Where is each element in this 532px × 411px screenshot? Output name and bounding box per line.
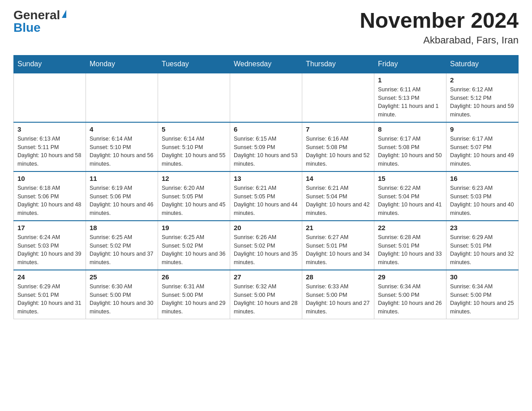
table-row: 27Sunrise: 6:32 AMSunset: 5:00 PMDayligh… — [230, 270, 302, 319]
table-row — [86, 73, 158, 122]
day-info: Sunrise: 6:30 AMSunset: 5:00 PMDaylight:… — [90, 283, 154, 316]
table-row: 23Sunrise: 6:29 AMSunset: 5:01 PMDayligh… — [446, 221, 519, 270]
day-number: 8 — [378, 125, 442, 133]
day-number: 7 — [306, 125, 370, 133]
table-row: 8Sunrise: 6:17 AMSunset: 5:08 PMDaylight… — [374, 122, 446, 171]
table-row: 15Sunrise: 6:22 AMSunset: 5:04 PMDayligh… — [374, 171, 446, 221]
day-info: Sunrise: 6:18 AMSunset: 5:06 PMDaylight:… — [17, 184, 82, 218]
calendar-week-row: 3Sunrise: 6:13 AMSunset: 5:11 PMDaylight… — [14, 122, 519, 171]
day-number: 30 — [450, 273, 515, 281]
table-row: 7Sunrise: 6:16 AMSunset: 5:08 PMDaylight… — [302, 122, 374, 171]
day-number: 14 — [306, 175, 370, 182]
title-block: November 2024 Akbarabad, Fars, Iran — [360, 9, 519, 46]
header-saturday: Saturday — [446, 55, 519, 73]
day-info: Sunrise: 6:29 AMSunset: 5:01 PMDaylight:… — [450, 233, 515, 267]
table-row: 12Sunrise: 6:20 AMSunset: 5:05 PMDayligh… — [158, 171, 230, 221]
day-number: 21 — [306, 224, 370, 231]
calendar-week-row: 10Sunrise: 6:18 AMSunset: 5:06 PMDayligh… — [14, 171, 519, 221]
day-number: 17 — [17, 224, 82, 231]
day-number: 23 — [450, 224, 515, 231]
day-info: Sunrise: 6:26 AMSunset: 5:02 PMDaylight:… — [234, 233, 298, 267]
day-number: 2 — [450, 76, 515, 84]
logo-general-text: General — [13, 9, 60, 21]
table-row — [302, 73, 374, 122]
table-row: 6Sunrise: 6:15 AMSunset: 5:09 PMDaylight… — [230, 122, 302, 171]
day-info: Sunrise: 6:14 AMSunset: 5:10 PMDaylight:… — [90, 135, 154, 168]
day-info: Sunrise: 6:16 AMSunset: 5:08 PMDaylight:… — [306, 135, 370, 168]
day-number: 16 — [450, 175, 515, 182]
day-info: Sunrise: 6:25 AMSunset: 5:02 PMDaylight:… — [90, 233, 154, 267]
day-number: 6 — [234, 125, 298, 133]
table-row: 5Sunrise: 6:14 AMSunset: 5:10 PMDaylight… — [158, 122, 230, 171]
day-number: 11 — [90, 175, 154, 182]
day-info: Sunrise: 6:14 AMSunset: 5:10 PMDaylight:… — [162, 135, 226, 168]
day-number: 26 — [162, 273, 226, 281]
table-row: 28Sunrise: 6:33 AMSunset: 5:00 PMDayligh… — [302, 270, 374, 319]
day-number: 12 — [162, 175, 226, 182]
logo: General Blue — [13, 9, 66, 34]
table-row: 10Sunrise: 6:18 AMSunset: 5:06 PMDayligh… — [14, 171, 86, 221]
table-row: 16Sunrise: 6:23 AMSunset: 5:03 PMDayligh… — [446, 171, 519, 221]
day-info: Sunrise: 6:24 AMSunset: 5:03 PMDaylight:… — [17, 233, 82, 267]
table-row: 9Sunrise: 6:17 AMSunset: 5:07 PMDaylight… — [446, 122, 519, 171]
table-row: 13Sunrise: 6:21 AMSunset: 5:05 PMDayligh… — [230, 171, 302, 221]
day-info: Sunrise: 6:11 AMSunset: 5:13 PMDaylight:… — [378, 86, 442, 119]
day-number: 19 — [162, 224, 226, 231]
day-number: 22 — [378, 224, 442, 231]
day-info: Sunrise: 6:22 AMSunset: 5:04 PMDaylight:… — [378, 184, 442, 218]
day-info: Sunrise: 6:29 AMSunset: 5:01 PMDaylight:… — [17, 283, 82, 316]
day-info: Sunrise: 6:25 AMSunset: 5:02 PMDaylight:… — [162, 233, 226, 267]
table-row: 3Sunrise: 6:13 AMSunset: 5:11 PMDaylight… — [14, 122, 86, 171]
table-row: 18Sunrise: 6:25 AMSunset: 5:02 PMDayligh… — [86, 221, 158, 270]
page-header: General Blue November 2024 Akbarabad, Fa… — [13, 9, 519, 46]
day-info: Sunrise: 6:32 AMSunset: 5:00 PMDaylight:… — [234, 283, 298, 316]
calendar-week-row: 24Sunrise: 6:29 AMSunset: 5:01 PMDayligh… — [14, 270, 519, 319]
day-info: Sunrise: 6:27 AMSunset: 5:01 PMDaylight:… — [306, 233, 370, 267]
header-sunday: Sunday — [14, 55, 86, 73]
day-number: 24 — [17, 273, 82, 281]
day-number: 25 — [90, 273, 154, 281]
day-info: Sunrise: 6:31 AMSunset: 5:00 PMDaylight:… — [162, 283, 226, 316]
day-number: 27 — [234, 273, 298, 281]
table-row: 24Sunrise: 6:29 AMSunset: 5:01 PMDayligh… — [14, 270, 86, 319]
day-info: Sunrise: 6:17 AMSunset: 5:08 PMDaylight:… — [378, 135, 442, 168]
day-number: 15 — [378, 175, 442, 182]
header-monday: Monday — [86, 55, 158, 73]
header-friday: Friday — [374, 55, 446, 73]
day-number: 5 — [162, 125, 226, 133]
day-info: Sunrise: 6:20 AMSunset: 5:05 PMDaylight:… — [162, 184, 226, 218]
day-number: 3 — [17, 125, 82, 133]
header-thursday: Thursday — [302, 55, 374, 73]
day-info: Sunrise: 6:21 AMSunset: 5:05 PMDaylight:… — [234, 184, 298, 218]
calendar-week-row: 17Sunrise: 6:24 AMSunset: 5:03 PMDayligh… — [14, 221, 519, 270]
day-number: 9 — [450, 125, 515, 133]
logo-blue-text: Blue — [13, 21, 41, 34]
table-row: 17Sunrise: 6:24 AMSunset: 5:03 PMDayligh… — [14, 221, 86, 270]
day-info: Sunrise: 6:28 AMSunset: 5:01 PMDaylight:… — [378, 233, 442, 267]
table-row: 14Sunrise: 6:21 AMSunset: 5:04 PMDayligh… — [302, 171, 374, 221]
day-number: 29 — [378, 273, 442, 281]
day-info: Sunrise: 6:34 AMSunset: 5:00 PMDaylight:… — [378, 283, 442, 316]
table-row: 29Sunrise: 6:34 AMSunset: 5:00 PMDayligh… — [374, 270, 446, 319]
table-row: 4Sunrise: 6:14 AMSunset: 5:10 PMDaylight… — [86, 122, 158, 171]
table-row — [230, 73, 302, 122]
day-number: 4 — [90, 125, 154, 133]
day-info: Sunrise: 6:15 AMSunset: 5:09 PMDaylight:… — [234, 135, 298, 168]
table-row: 25Sunrise: 6:30 AMSunset: 5:00 PMDayligh… — [86, 270, 158, 319]
header-wednesday: Wednesday — [230, 55, 302, 73]
day-info: Sunrise: 6:19 AMSunset: 5:06 PMDaylight:… — [90, 184, 154, 218]
calendar-title: November 2024 — [360, 9, 519, 33]
day-number: 1 — [378, 76, 442, 84]
day-info: Sunrise: 6:17 AMSunset: 5:07 PMDaylight:… — [450, 135, 515, 168]
table-row: 20Sunrise: 6:26 AMSunset: 5:02 PMDayligh… — [230, 221, 302, 270]
table-row: 21Sunrise: 6:27 AMSunset: 5:01 PMDayligh… — [302, 221, 374, 270]
table-row — [158, 73, 230, 122]
day-info: Sunrise: 6:13 AMSunset: 5:11 PMDaylight:… — [17, 135, 82, 168]
table-row: 1Sunrise: 6:11 AMSunset: 5:13 PMDaylight… — [374, 73, 446, 122]
table-row: 2Sunrise: 6:12 AMSunset: 5:12 PMDaylight… — [446, 73, 519, 122]
calendar-subtitle: Akbarabad, Fars, Iran — [360, 34, 519, 46]
table-row: 26Sunrise: 6:31 AMSunset: 5:00 PMDayligh… — [158, 270, 230, 319]
table-row: 11Sunrise: 6:19 AMSunset: 5:06 PMDayligh… — [86, 171, 158, 221]
logo-triangle-icon — [62, 10, 66, 18]
day-info: Sunrise: 6:12 AMSunset: 5:12 PMDaylight:… — [450, 86, 515, 119]
